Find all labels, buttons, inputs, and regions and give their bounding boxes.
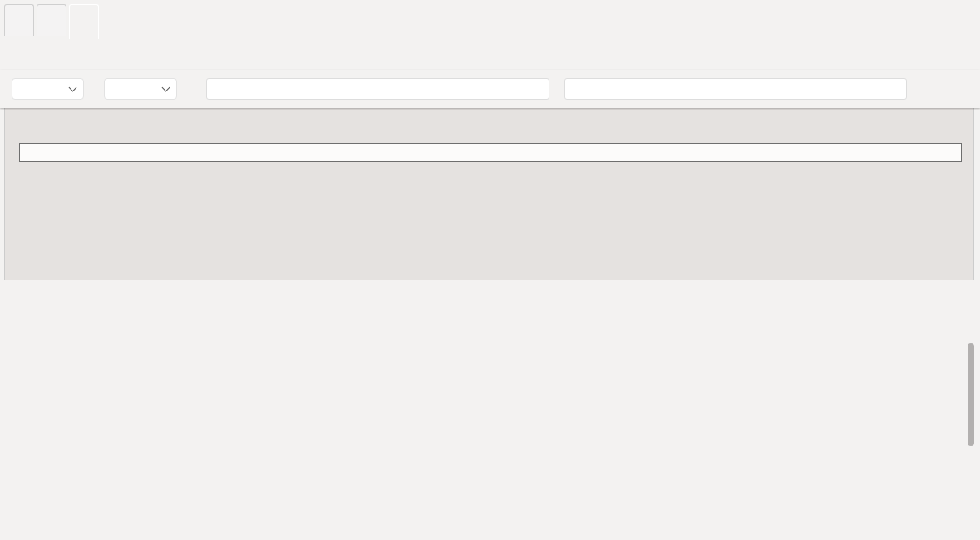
key-value-table [19, 143, 962, 162]
column-header-sync-keys [559, 39, 927, 70]
chevron-down-icon [69, 83, 77, 91]
table-header [0, 39, 980, 70]
sync-keys-filter-input[interactable] [564, 78, 907, 100]
tab-bar [0, 0, 980, 39]
tab-configuration[interactable] [4, 4, 34, 36]
expanded-detail-panel [4, 108, 974, 280]
tab-last-executions-summary[interactable] [37, 4, 66, 36]
type-filter-select[interactable] [104, 78, 177, 100]
expanded-panel-header [5, 108, 973, 143]
count-badge [30, 112, 57, 140]
tab-last-execution-detail[interactable] [69, 4, 99, 39]
sync-execution-screen [0, 0, 980, 540]
column-header-statut [4, 39, 97, 70]
scrollbar-thumb[interactable] [968, 343, 974, 446]
column-header-nom [200, 39, 559, 70]
key-value-table-header [20, 144, 961, 161]
bottom-edge-strip [0, 535, 980, 540]
column-header-deplier [927, 39, 980, 70]
status-filter-select[interactable] [12, 78, 84, 100]
filter-row [0, 70, 980, 108]
column-header-type [97, 39, 200, 70]
chevron-down-icon [162, 83, 170, 91]
name-filter-input[interactable] [206, 78, 549, 100]
